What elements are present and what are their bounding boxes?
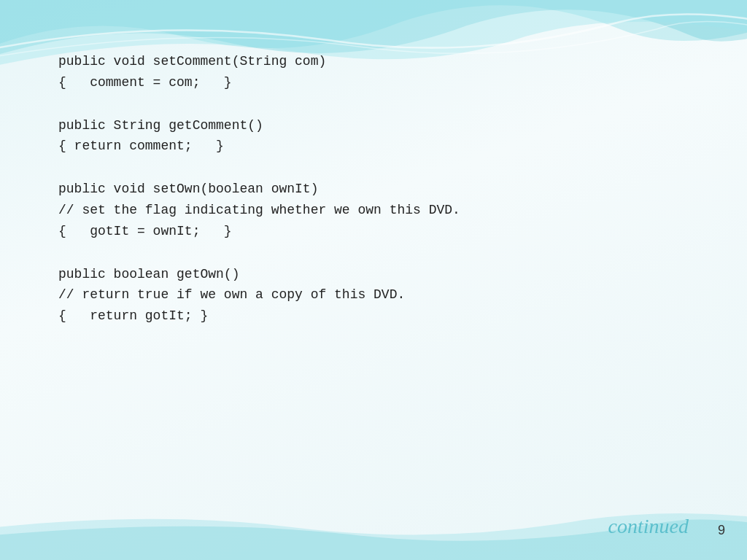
code-line-get-own-1: public boolean getOwn() [58,264,689,285]
code-line-get-comment-1: public String getComment() [58,115,689,136]
continued-label: continued [608,515,689,538]
code-section-set-comment: public void setComment(String com) { com… [58,51,689,93]
code-section-get-comment: public String getComment() { return comm… [58,115,689,158]
code-line-set-own-2: // set the flag indicating whether we ow… [58,200,689,221]
page-number: 9 [718,523,725,538]
code-section-set-own: public void setOwn(boolean ownIt) // set… [58,179,689,241]
code-line-set-own-1: public void setOwn(boolean ownIt) [58,179,689,200]
code-line-get-comment-2: { return comment; } [58,136,689,157]
code-line-set-comment-2: { comment = com; } [58,72,689,93]
code-line-get-own-2: // return true if we own a copy of this … [58,284,689,306]
code-line-set-comment-1: public void setComment(String com) [58,51,689,72]
code-line-get-own-3: { return gotIt; } [58,306,689,327]
code-line-set-own-3: { gotIt = ownIt; } [58,221,689,242]
code-section-get-own: public boolean getOwn() // return true i… [58,264,689,327]
slide-content: public void setComment(String com) { com… [58,51,689,502]
